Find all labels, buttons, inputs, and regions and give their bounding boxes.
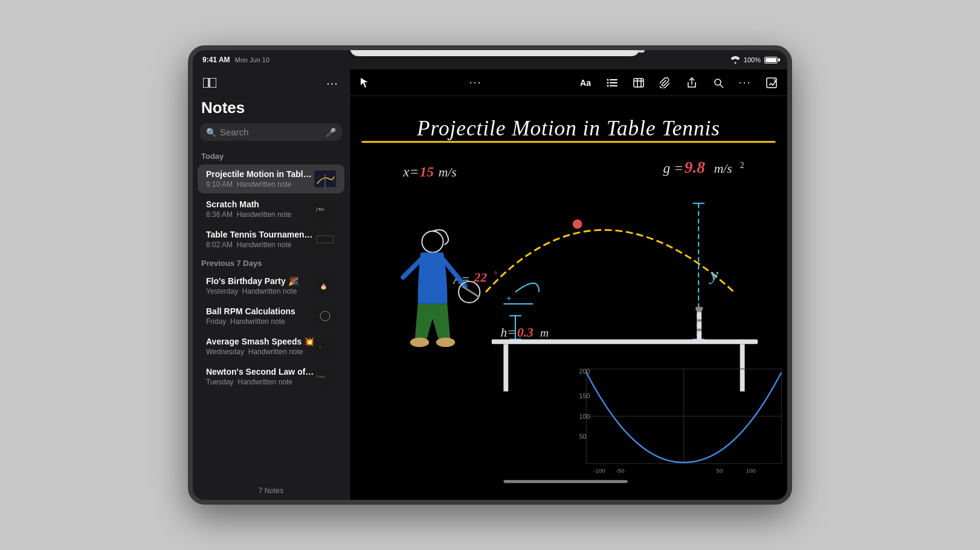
note-item-5[interactable]: Average Smash Speeds 💥 Wednesday Handwri… — [198, 332, 344, 361]
table-button[interactable] — [630, 74, 647, 91]
note-thumbnail-1: ∫ f(x) — [314, 201, 336, 218]
arrow-tool-button[interactable] — [357, 74, 374, 91]
svg-text:°: ° — [494, 270, 497, 279]
status-time: 9:41 AM — [202, 56, 230, 64]
note-item-2[interactable]: Table Tennis Tournament Bud... 8:02 AM H… — [198, 225, 344, 254]
attachment-button[interactable] — [657, 74, 674, 91]
svg-text:200: 200 — [579, 367, 590, 375]
svg-text:2: 2 — [740, 161, 744, 170]
svg-point-16 — [607, 79, 609, 80]
sidebar: ··· Notes 🔍 Search 🎤 Today Projectile Mo… — [193, 70, 350, 500]
note-thumbnail-2 — [314, 231, 336, 248]
search-input[interactable]: Search — [220, 127, 322, 137]
app-layout: ··· Notes 🔍 Search 🎤 Today Projectile Mo… — [193, 70, 787, 500]
note-item-1[interactable]: Scratch Math 8:36 AM Handwritten note ∫ … — [198, 195, 344, 224]
ipad-frame: 9:41 AM Mon Jun 10 100% — [188, 45, 792, 505]
svg-point-18 — [607, 82, 609, 83]
battery-percent: 100% — [744, 56, 761, 63]
svg-text:🎂: 🎂 — [320, 283, 327, 290]
note-thumbnail-5: ~ — [314, 338, 336, 355]
share-button[interactable] — [683, 74, 700, 91]
battery-icon — [764, 57, 778, 63]
svg-rect-17 — [610, 79, 617, 80]
svg-rect-19 — [610, 82, 617, 83]
note-item-3[interactable]: Flo's Birthday Party 🎉 Yesterday Handwri… — [198, 271, 344, 300]
svg-text:y: y — [709, 265, 719, 284]
svg-text:50: 50 — [717, 467, 723, 474]
search-icon: 🔍 — [206, 128, 216, 137]
mic-icon[interactable]: 🎤 — [326, 128, 336, 137]
sidebar-title: Notes — [193, 96, 349, 123]
svg-text:50: 50 — [579, 433, 587, 440]
svg-line-27 — [720, 85, 723, 88]
svg-text:100: 100 — [579, 413, 590, 420]
status-date: Mon Jun 10 — [235, 56, 269, 63]
svg-point-26 — [715, 79, 721, 85]
svg-rect-10 — [314, 308, 336, 325]
svg-rect-61 — [697, 329, 701, 331]
wifi-icon — [730, 56, 740, 63]
note-item-4[interactable]: Ball RPM Calculations Friday Handwritten… — [198, 302, 344, 331]
svg-text:22: 22 — [473, 270, 487, 285]
find-button[interactable] — [710, 74, 727, 91]
svg-rect-57 — [697, 310, 701, 312]
sidebar-toolbar: ··· — [193, 70, 349, 96]
canvas-area: Projectile Motion in Table Tennis x= 15 … — [350, 96, 787, 500]
svg-point-70 — [410, 338, 429, 348]
list-button[interactable] — [604, 74, 621, 91]
note-thumbnail-0 — [314, 170, 336, 187]
svg-text:F=ma: F=ma — [317, 375, 324, 378]
svg-text:0.3: 0.3 — [517, 325, 534, 340]
new-note-button[interactable] — [763, 74, 780, 91]
svg-text:~: ~ — [319, 345, 322, 350]
more-options-note-button[interactable]: ··· — [737, 74, 753, 91]
svg-text:15: 15 — [419, 164, 434, 180]
svg-rect-54 — [740, 344, 745, 391]
section-prev7: Previous 7 Days — [193, 255, 349, 270]
note-item-0[interactable]: Projectile Motion in Table Ten... 9:10 A… — [198, 164, 344, 193]
svg-text:∫ f(x): ∫ f(x) — [316, 207, 324, 212]
svg-rect-52 — [492, 339, 758, 344]
svg-text:m/s: m/s — [439, 165, 457, 180]
status-right: 100% — [730, 56, 778, 63]
svg-line-66 — [403, 259, 421, 277]
toolbar-more-center[interactable]: ··· — [469, 76, 482, 89]
svg-rect-58 — [697, 314, 701, 317]
note-thumbnail-4 — [314, 308, 336, 325]
text-format-button[interactable]: Aa — [577, 74, 594, 91]
note-item-6[interactable]: Newton's Second Law of M... Tuesday Hand… — [198, 362, 344, 391]
note-title-6: Newton's Second Law of M... — [206, 367, 315, 377]
svg-rect-1 — [210, 78, 216, 88]
sidebar-footer: 7 Notes — [193, 482, 349, 500]
svg-text:Projectile Motion in Table Ten: Projectile Motion in Table Tennis — [416, 117, 720, 140]
svg-text:-50: -50 — [616, 467, 625, 474]
note-title-0: Projectile Motion in Table Ten... — [206, 169, 315, 179]
note-thumbnail-6: F=ma — [314, 368, 336, 385]
svg-text:150: 150 — [579, 392, 590, 400]
svg-rect-60 — [697, 324, 701, 326]
svg-text:100: 100 — [746, 467, 756, 474]
svg-rect-6 — [314, 231, 336, 248]
svg-text:m/s: m/s — [714, 161, 732, 176]
note-title-5: Average Smash Speeds 💥 — [206, 337, 315, 346]
svg-text:-100: -100 — [593, 467, 605, 474]
svg-rect-21 — [610, 85, 617, 86]
apple-pencil — [350, 45, 640, 56]
svg-text:+: + — [506, 294, 511, 303]
more-options-button[interactable]: ··· — [324, 74, 341, 91]
svg-rect-59 — [697, 319, 701, 322]
svg-point-71 — [436, 338, 455, 348]
section-today: Today — [193, 148, 349, 163]
note-title-3: Flo's Birthday Party 🎉 — [206, 276, 315, 286]
svg-text:h=: h= — [500, 325, 515, 340]
svg-point-65 — [422, 231, 443, 252]
search-bar[interactable]: 🔍 Search 🎤 — [200, 123, 342, 141]
svg-rect-83 — [503, 480, 627, 483]
svg-text:g =: g = — [663, 160, 683, 176]
note-list: Today Projectile Motion in Table Ten... … — [193, 148, 349, 482]
note-title-2: Table Tennis Tournament Bud... — [206, 230, 315, 239]
svg-point-38 — [573, 219, 582, 229]
svg-point-20 — [607, 85, 609, 86]
svg-text:9.8: 9.8 — [685, 158, 706, 176]
sidebar-toggle-button[interactable] — [201, 74, 218, 91]
